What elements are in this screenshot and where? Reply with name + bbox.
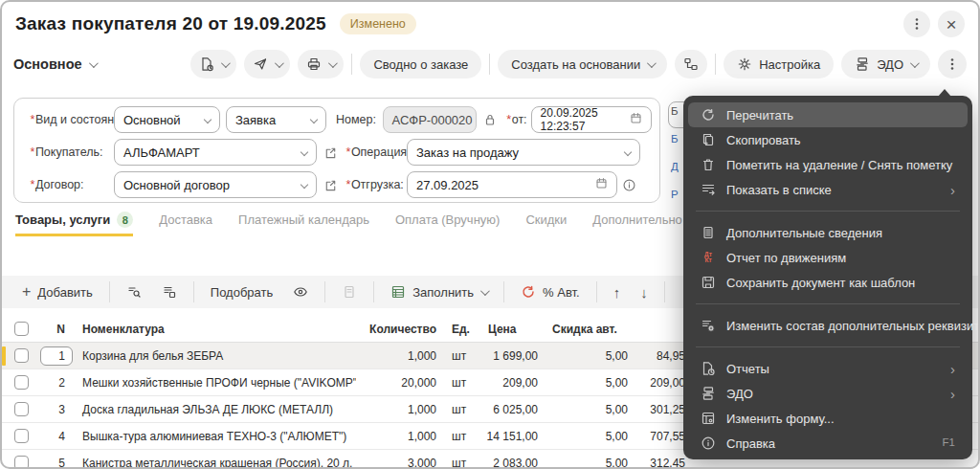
select-all-checkbox[interactable] <box>14 322 29 336</box>
cell-n[interactable]: 5 <box>40 457 73 469</box>
edit-rows-button[interactable] <box>153 279 186 305</box>
auto-discount-button[interactable]: % Авт. <box>512 279 589 305</box>
cell-n[interactable]: 2 <box>40 376 73 390</box>
cell-price[interactable]: 6 025,00 <box>482 403 546 416</box>
cell-disc[interactable]: 5,00 <box>546 376 634 390</box>
window-more-button[interactable] <box>903 11 930 37</box>
menu-item-reread[interactable]: Перечитать <box>688 102 968 127</box>
row-checkbox[interactable] <box>14 375 29 390</box>
settings-button[interactable]: Настройка <box>724 50 834 78</box>
cell-price[interactable]: 1 699,00 <box>482 349 546 363</box>
menu-item-edo[interactable]: ЭДО› <box>688 381 968 406</box>
row-checkbox[interactable] <box>14 402 29 416</box>
main-section-dropdown[interactable]: Основное <box>13 56 96 72</box>
cell-n[interactable]: 1 <box>40 346 73 366</box>
cell-unit[interactable]: шт <box>440 457 482 469</box>
edo-button[interactable]: ЭДО <box>841 50 930 78</box>
menu-item-label: Показать в списке <box>726 183 832 197</box>
cell-disc[interactable]: 5,00 <box>546 430 634 443</box>
window-close-button[interactable]: × <box>938 11 965 37</box>
menu-item-edit-form[interactable]: Изменить форму... <box>688 406 968 431</box>
cell-name[interactable]: Доска гладильная ЭЛЬЗА ДЕ ЛЮКС (МЕТАЛЛ) <box>73 403 356 416</box>
cell-price[interactable]: 2 083,00 <box>482 457 546 469</box>
cell-name[interactable]: Канистра металлическая крашеная (Россия)… <box>73 457 356 469</box>
date-field[interactable]: 20.09.2025 12:23:57 <box>531 106 652 133</box>
cell-name[interactable]: Вышка-тура алюминиевая ТЕХНО-3 ("АЛЮМЕТ"… <box>73 430 356 443</box>
toolbar-separator <box>324 281 325 302</box>
menu-item-reports[interactable]: Отчеты› <box>688 356 968 381</box>
cell-check[interactable] <box>2 456 40 469</box>
cell-qty[interactable]: 1,000 <box>356 403 440 416</box>
create-based-on-button[interactable]: Создать на основании <box>498 50 667 78</box>
contract-select[interactable]: Основной договор <box>114 171 317 198</box>
operation-select[interactable]: Заказ на продажу <box>407 139 640 166</box>
cell-name[interactable]: Корзина для белья ЗЕБРА <box>73 349 356 363</box>
cell-name[interactable]: Мешки хозяйственные ПРОФИ черные ("AVIKO… <box>73 376 356 390</box>
add-row-button[interactable]: +Добавить <box>13 279 101 305</box>
cell-check[interactable] <box>2 429 40 443</box>
cell-disc[interactable]: 5,00 <box>546 457 634 469</box>
cell-disc[interactable]: 5,00 <box>546 349 634 363</box>
search-rows-button[interactable] <box>118 279 150 305</box>
fill-button[interactable]: Заполнить <box>382 279 496 305</box>
cell-check[interactable] <box>2 402 40 416</box>
send-button[interactable] <box>244 50 290 78</box>
cell-qty[interactable]: 1,000 <box>356 430 440 443</box>
tab-label: Доставка <box>159 212 212 227</box>
menu-item-show-in-list[interactable]: Показать в списке› <box>688 177 968 202</box>
cell-unit[interactable]: шт <box>440 376 482 390</box>
tab-3[interactable]: Оплата (Вручную) <box>395 212 500 235</box>
cell-unit[interactable]: шт <box>440 430 482 443</box>
menu-item-copy[interactable]: Скопировать <box>688 127 968 152</box>
move-up-button[interactable]: ↑ <box>605 279 630 305</box>
post-document-button[interactable] <box>190 50 236 78</box>
shipment-date-field[interactable]: 27.09.2025 <box>407 171 617 198</box>
structure-of-subordination-button[interactable] <box>675 50 707 78</box>
submenu-chevron-icon: › <box>950 362 955 376</box>
toolbar-separator <box>489 54 490 75</box>
cell-n[interactable]: 3 <box>40 403 73 416</box>
kind-state-label: *Вид и состояние: <box>22 113 108 126</box>
cell-qty[interactable]: 20,000 <box>356 376 440 390</box>
cell-unit[interactable]: шт <box>440 403 482 416</box>
more-actions-button[interactable] <box>938 50 967 78</box>
view-button[interactable] <box>284 279 317 305</box>
info-icon[interactable] <box>622 178 636 192</box>
open-link-icon[interactable] <box>323 145 338 160</box>
menu-item-label: Изменить форму... <box>726 412 835 426</box>
pick-items-button[interactable]: Подобрать <box>202 279 281 305</box>
chevron-down-icon <box>910 58 920 68</box>
print-button[interactable] <box>298 50 344 78</box>
tab-2[interactable]: Платежный календарь <box>238 212 369 235</box>
menu-item-help[interactable]: СправкаF1 <box>688 431 968 456</box>
tab-4[interactable]: Скидки <box>525 212 567 235</box>
tab-5[interactable]: Дополнительно <box>592 212 682 235</box>
row-checkbox[interactable] <box>14 456 29 469</box>
move-down-button[interactable]: ↓ <box>632 279 657 305</box>
menu-item-movements-report[interactable]: ДтКтОтчет по движениям <box>688 245 968 270</box>
tab-1[interactable]: Доставка <box>159 212 212 235</box>
chevron-down-icon <box>310 116 318 123</box>
buyer-select[interactable]: АЛЬФАМАРТ <box>114 139 317 166</box>
arrow-down-icon: ↓ <box>640 284 648 301</box>
cell-check[interactable] <box>2 348 40 363</box>
row-checkbox[interactable] <box>14 348 29 363</box>
cell-n[interactable]: 4 <box>40 430 73 443</box>
cell-check[interactable] <box>2 375 40 390</box>
order-summary-button[interactable]: Сводно о заказе <box>360 50 481 78</box>
menu-item-additional-info[interactable]: Дополнительные сведения <box>688 220 968 245</box>
cell-price[interactable]: 209,00 <box>482 376 546 390</box>
order-state-select[interactable]: Заявка <box>226 106 326 133</box>
cell-price[interactable]: 14 151,00 <box>482 430 546 443</box>
menu-item-edit-attributes[interactable]: Изменить состав дополнительных реквизито… <box>688 313 968 338</box>
order-kind-select[interactable]: Основной <box>114 106 220 133</box>
cell-unit[interactable]: шт <box>440 349 482 363</box>
tab-0[interactable]: Товары, услуги8 <box>15 212 133 236</box>
menu-item-mark-deletion[interactable]: Пометить на удаление / Снять пометку <box>688 152 968 177</box>
cell-qty[interactable]: 1,000 <box>356 349 440 363</box>
row-checkbox[interactable] <box>14 429 29 443</box>
cell-qty[interactable]: 3,000 <box>356 457 440 469</box>
menu-item-save-as-template[interactable]: Сохранить документ как шаблон <box>688 270 968 295</box>
cell-disc[interactable]: 5,00 <box>546 403 634 416</box>
open-link-icon[interactable] <box>323 178 338 192</box>
